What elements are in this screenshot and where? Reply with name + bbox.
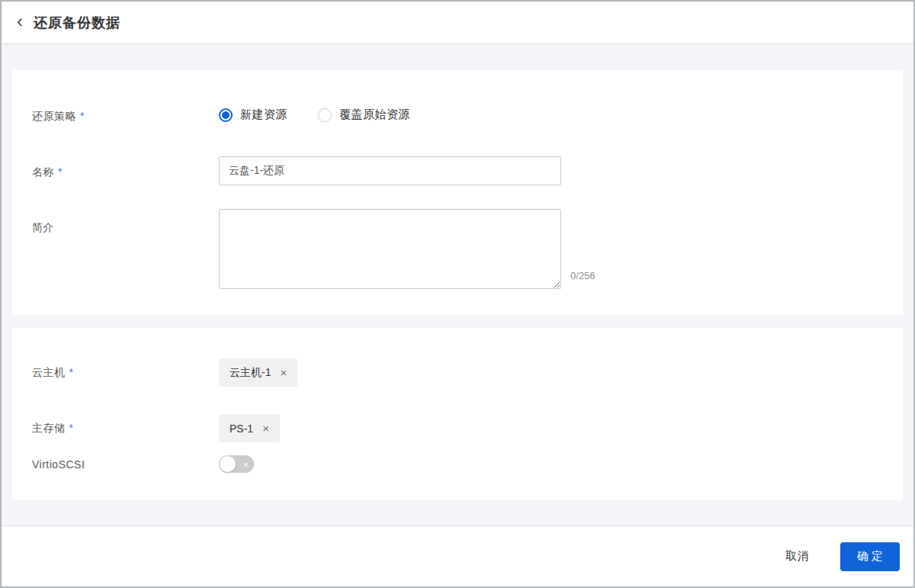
description-label: 简介 (32, 221, 54, 235)
vm-tag-label: 云主机-1 (230, 366, 271, 380)
char-counter: 0/256 (570, 270, 596, 281)
required-marker: * (69, 366, 74, 378)
description-label-text: 简介 (32, 221, 54, 233)
virtio-scsi-toggle[interactable]: × (219, 455, 254, 473)
footer-bar: 取消 确定 (2, 525, 913, 586)
radio-selected-icon[interactable] (219, 108, 233, 122)
required-marker: * (69, 422, 74, 434)
virtio-scsi-label-text: VirtioSCSI (32, 458, 85, 471)
name-label: 名称* (32, 165, 63, 179)
vm-label-text: 云主机 (32, 366, 66, 378)
restore-policy-label: 还原策略* (32, 110, 85, 124)
radio-option-new-resource[interactable]: 新建资源 (219, 108, 287, 122)
primary-storage-label-text: 主存储 (32, 422, 66, 434)
radio-option-overwrite-original[interactable]: 覆盖原始资源 (318, 108, 410, 122)
toggle-knob (220, 456, 236, 472)
virtio-scsi-label: VirtioSCSI (32, 458, 85, 471)
name-label-text: 名称 (32, 165, 54, 178)
vm-tag[interactable]: 云主机-1 × (219, 358, 297, 387)
required-marker: * (80, 110, 85, 122)
restore-policy-label-text: 还原策略 (32, 110, 76, 122)
radio-option-label: 新建资源 (240, 108, 287, 122)
header-bar: ‹ 还原备份数据 (2, 2, 913, 44)
back-icon[interactable]: ‹ (17, 12, 23, 31)
primary-storage-tag[interactable]: PS-1 × (219, 414, 280, 442)
radio-option-label: 覆盖原始资源 (339, 108, 410, 122)
radio-unselected-icon[interactable] (318, 108, 332, 122)
cancel-button[interactable]: 取消 (785, 549, 810, 564)
toggle-off-icon: × (242, 459, 249, 469)
required-marker: * (58, 165, 63, 178)
basic-info-card: 还原策略* 新建资源 覆盖原始资源 名称* 简介 0/256 (12, 70, 903, 315)
primary-storage-label: 主存储* (32, 422, 73, 435)
restore-policy-radio-group: 新建资源 覆盖原始资源 (219, 108, 410, 122)
primary-storage-tag-label: PS-1 (230, 423, 253, 435)
target-resource-card: 云主机* 云主机-1 × 主存储* PS-1 × VirtioSCSI × (12, 328, 903, 500)
description-textarea[interactable] (219, 209, 561, 289)
remove-primary-storage-icon[interactable]: × (262, 423, 269, 434)
name-input[interactable] (219, 156, 561, 185)
remove-vm-icon[interactable]: × (280, 367, 287, 378)
confirm-button[interactable]: 确定 (840, 542, 900, 571)
restore-backup-dialog: ‹ 还原备份数据 还原策略* 新建资源 覆盖原始资源 名称* 简介 0/256 (0, 0, 915, 588)
vm-label: 云主机* (32, 366, 73, 380)
page-title: 还原备份数据 (34, 14, 120, 32)
